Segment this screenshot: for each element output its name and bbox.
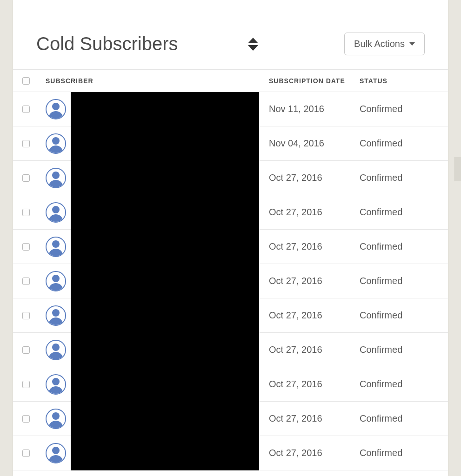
svg-point-11 — [52, 412, 60, 420]
svg-point-4 — [52, 172, 60, 179]
subscriber-redacted — [71, 161, 259, 195]
table-row[interactable]: Oct 27, 2016Confirmed — [13, 230, 448, 264]
svg-point-12 — [52, 447, 60, 454]
avatar-icon — [46, 409, 66, 429]
row-checkbox[interactable] — [22, 415, 30, 423]
avatar-icon — [46, 374, 66, 395]
row-checkbox[interactable] — [22, 106, 30, 113]
svg-point-7 — [52, 275, 60, 282]
avatar-icon — [46, 133, 66, 154]
status-label: Confirmed — [360, 207, 439, 218]
subscriber-redacted — [71, 333, 259, 367]
svg-point-2 — [52, 103, 60, 110]
sort-up-icon — [248, 38, 258, 43]
svg-point-3 — [52, 137, 60, 145]
table-row[interactable]: Oct 27, 2016Confirmed — [13, 264, 448, 298]
svg-point-9 — [52, 344, 60, 351]
row-checkbox[interactable] — [22, 346, 30, 354]
col-header-status[interactable]: STATUS — [360, 77, 439, 85]
table-row[interactable]: Oct 27, 2016Confirmed — [13, 333, 448, 367]
svg-point-10 — [52, 378, 60, 385]
status-label: Confirmed — [360, 241, 439, 252]
table-row[interactable]: Oct 27, 2016Confirmed — [13, 195, 448, 230]
subscriber-redacted — [71, 436, 259, 470]
panel-header: Cold Subscribers Bulk Actions — [13, 0, 448, 69]
table-row[interactable]: Oct 27, 2016Confirmed — [13, 436, 448, 470]
svg-marker-1 — [248, 45, 258, 51]
table-row[interactable]: Oct 27, 2016Confirmed — [13, 402, 448, 436]
svg-point-8 — [52, 309, 60, 317]
subscriber-redacted — [71, 92, 259, 126]
avatar-icon — [46, 99, 66, 119]
subscriber-redacted — [71, 230, 259, 264]
row-checkbox[interactable] — [22, 140, 30, 147]
subscription-date: Oct 27, 2016 — [269, 413, 360, 424]
subscriber-redacted — [71, 298, 259, 333]
status-label: Confirmed — [360, 138, 439, 149]
table-header-row: SUBSCRIBER SUBSCRIPTION DATE STATUS — [13, 70, 448, 92]
avatar-icon — [46, 305, 66, 326]
status-label: Confirmed — [360, 379, 439, 390]
subscription-date: Oct 27, 2016 — [269, 276, 360, 286]
bulk-actions-button[interactable]: Bulk Actions — [344, 33, 425, 55]
status-label: Confirmed — [360, 310, 439, 321]
subscriber-redacted — [71, 264, 259, 298]
avatar-icon — [46, 168, 66, 188]
subscribers-table: SUBSCRIBER SUBSCRIPTION DATE STATUS Nov … — [13, 69, 448, 470]
subscriber-redacted — [71, 195, 259, 230]
status-label: Confirmed — [360, 172, 439, 183]
caret-down-icon — [409, 42, 415, 46]
status-label: Confirmed — [360, 413, 439, 424]
subscription-date: Oct 27, 2016 — [269, 344, 360, 355]
table-row[interactable]: Oct 27, 2016Confirmed — [13, 367, 448, 402]
table-row[interactable]: Nov 11, 2016Confirmed — [13, 92, 448, 126]
sort-down-icon — [248, 45, 258, 51]
table-row[interactable]: Oct 27, 2016Confirmed — [13, 161, 448, 195]
status-label: Confirmed — [360, 344, 439, 355]
avatar-icon — [46, 443, 66, 463]
status-label: Confirmed — [360, 276, 439, 286]
page-title: Cold Subscribers — [36, 33, 178, 54]
table-row[interactable]: Oct 27, 2016Confirmed — [13, 298, 448, 333]
row-checkbox[interactable] — [22, 209, 30, 216]
subscription-date: Oct 27, 2016 — [269, 241, 360, 252]
subscription-date: Oct 27, 2016 — [269, 310, 360, 321]
scrollbar-thumb[interactable] — [454, 157, 461, 181]
subscription-date: Oct 27, 2016 — [269, 207, 360, 218]
svg-marker-0 — [248, 38, 258, 43]
table-row[interactable]: Nov 04, 2016Confirmed — [13, 126, 448, 161]
sort-toggle[interactable] — [248, 38, 258, 51]
col-header-subscriber[interactable]: SUBSCRIBER — [46, 77, 269, 85]
row-checkbox[interactable] — [22, 243, 30, 251]
avatar-icon — [46, 340, 66, 360]
col-header-subscription-date[interactable]: SUBSCRIPTION DATE — [269, 77, 360, 85]
subscriber-redacted — [71, 126, 259, 161]
select-all-checkbox[interactable] — [22, 77, 30, 85]
subscription-date: Oct 27, 2016 — [269, 172, 360, 183]
avatar-icon — [46, 237, 66, 257]
subscriber-redacted — [71, 402, 259, 436]
subscription-date: Oct 27, 2016 — [269, 379, 360, 390]
svg-point-5 — [52, 206, 60, 213]
avatar-icon — [46, 202, 66, 223]
row-checkbox[interactable] — [22, 381, 30, 388]
status-label: Confirmed — [360, 104, 439, 114]
avatar-icon — [46, 271, 66, 291]
row-checkbox[interactable] — [22, 174, 30, 182]
row-checkbox[interactable] — [22, 450, 30, 457]
status-label: Confirmed — [360, 448, 439, 458]
row-checkbox[interactable] — [22, 278, 30, 285]
svg-point-6 — [52, 240, 60, 248]
subscription-date: Nov 04, 2016 — [269, 138, 360, 149]
subscription-date: Nov 11, 2016 — [269, 104, 360, 114]
bulk-actions-label: Bulk Actions — [354, 39, 405, 49]
subscription-date: Oct 27, 2016 — [269, 448, 360, 458]
subscribers-panel: Cold Subscribers Bulk Actions — [13, 0, 448, 476]
subscriber-redacted — [71, 367, 259, 402]
row-checkbox[interactable] — [22, 312, 30, 319]
